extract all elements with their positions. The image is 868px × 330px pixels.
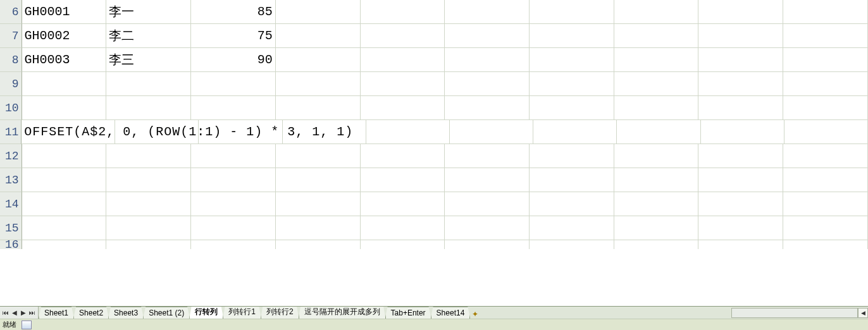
macro-record-icon[interactable] (22, 321, 32, 329)
cell-A15[interactable] (22, 216, 107, 240)
cell-F12[interactable] (445, 144, 530, 168)
cell-G7[interactable] (530, 24, 614, 48)
cell-B16[interactable] (106, 240, 191, 249)
tab-sheet14[interactable]: Sheet14 (431, 307, 471, 319)
row-header-6[interactable]: 6 (0, 0, 22, 24)
tab-sheet3[interactable]: Sheet3 (108, 307, 144, 319)
cell-E16[interactable] (361, 240, 445, 249)
cell-C12[interactable] (191, 144, 276, 168)
cell-A7[interactable]: GH0002 (22, 24, 107, 48)
row-header-14[interactable]: 14 (0, 192, 22, 216)
cell-E7[interactable] (361, 24, 445, 48)
cell-C15[interactable] (191, 216, 276, 240)
cell-B7[interactable]: 李二 (106, 24, 191, 48)
tab-comma-expand[interactable]: 逗号隔开的展开成多列 (299, 307, 386, 319)
new-sheet-icon[interactable]: ✦ (469, 310, 481, 319)
row-header-9[interactable]: 9 (0, 72, 22, 96)
cell-I15[interactable] (698, 216, 783, 240)
cell-B6[interactable]: 李一 (106, 0, 191, 24)
cell-H15[interactable] (614, 216, 699, 240)
cell-F11[interactable] (450, 120, 533, 144)
tab-col-to-row1[interactable]: 列转行1 (223, 307, 261, 319)
cell-C13[interactable] (191, 168, 276, 192)
cell-H13[interactable] (614, 168, 699, 192)
cell-J15[interactable] (783, 216, 868, 240)
cell-F10[interactable] (445, 96, 530, 120)
cell-E15[interactable] (361, 216, 445, 240)
cell-E10[interactable] (361, 96, 445, 120)
cell-B13[interactable] (106, 168, 191, 192)
cell-E8[interactable] (361, 48, 445, 72)
cell-J8[interactable] (783, 48, 868, 72)
cell-G12[interactable] (530, 144, 614, 168)
cell-I9[interactable] (698, 72, 783, 96)
cell-E11[interactable] (366, 120, 450, 144)
cell-G9[interactable] (530, 72, 614, 96)
cell-G13[interactable] (530, 168, 614, 192)
cell-D12[interactable] (276, 144, 361, 168)
cell-G10[interactable] (530, 96, 614, 120)
cell-H12[interactable] (614, 144, 699, 168)
cell-D14[interactable] (276, 192, 361, 216)
cell-B10[interactable] (106, 96, 191, 120)
cell-A14[interactable] (22, 192, 107, 216)
cell-I7[interactable] (698, 24, 783, 48)
tab-nav-first-icon[interactable]: ⏮ (1, 308, 10, 318)
cell-I16[interactable] (698, 240, 783, 249)
cell-D7[interactable] (276, 24, 361, 48)
cell-H16[interactable] (614, 240, 699, 249)
cell-F7[interactable] (445, 24, 530, 48)
cell-G11[interactable] (533, 120, 617, 144)
tab-nav-next-icon[interactable]: ▶ (19, 308, 28, 318)
cell-H11[interactable] (617, 120, 700, 144)
cell-D9[interactable] (276, 72, 361, 96)
tab-col-to-row2[interactable]: 列转行2 (261, 307, 299, 319)
cell-H14[interactable] (614, 192, 699, 216)
cell-F9[interactable] (445, 72, 530, 96)
cell-B9[interactable] (106, 72, 191, 96)
row-header-10[interactable]: 10 (0, 96, 22, 120)
cell-H6[interactable] (614, 0, 699, 24)
cell-F15[interactable] (445, 216, 530, 240)
tab-nav-last-icon[interactable]: ⏭ (28, 308, 37, 318)
row-header-7[interactable]: 7 (0, 24, 22, 48)
cell-B15[interactable] (106, 216, 191, 240)
cell-A11[interactable]: OFFSET(A$2, 0, (ROW(1:1) - 1) * 3, 1, 1) (22, 120, 115, 144)
cell-F14[interactable] (445, 192, 530, 216)
cell-A16[interactable] (22, 240, 107, 249)
cell-E12[interactable] (361, 144, 445, 168)
cell-G6[interactable] (530, 0, 614, 24)
cell-F16[interactable] (445, 240, 530, 249)
cell-E14[interactable] (361, 192, 445, 216)
row-header-16[interactable]: 16 (0, 240, 22, 249)
cell-I12[interactable] (698, 144, 783, 168)
cell-I10[interactable] (698, 96, 783, 120)
cell-B12[interactable] (106, 144, 191, 168)
row-header-15[interactable]: 15 (0, 216, 22, 240)
cell-B8[interactable]: 李三 (106, 48, 191, 72)
cell-C6[interactable]: 85 (191, 0, 276, 24)
cell-I6[interactable] (698, 0, 783, 24)
cell-I14[interactable] (698, 192, 783, 216)
tab-sheet1-2[interactable]: Sheet1 (2) (143, 307, 190, 319)
cell-A13[interactable] (22, 168, 107, 192)
cell-D16[interactable] (276, 240, 361, 249)
cell-D10[interactable] (276, 96, 361, 120)
cell-J7[interactable] (783, 24, 868, 48)
cell-I11[interactable] (701, 120, 784, 144)
cell-A12[interactable] (22, 144, 107, 168)
cell-A6[interactable]: GH0001 (22, 0, 107, 24)
cell-F6[interactable] (445, 0, 530, 24)
cell-A9[interactable] (22, 72, 107, 96)
cell-E13[interactable] (361, 168, 445, 192)
cell-G16[interactable] (530, 240, 614, 249)
cell-D13[interactable] (276, 168, 361, 192)
cell-C10[interactable] (191, 96, 276, 120)
row-header-13[interactable]: 13 (0, 168, 22, 192)
cell-A10[interactable] (22, 96, 107, 120)
cell-J12[interactable] (783, 144, 868, 168)
cell-C16[interactable] (191, 240, 276, 249)
tab-sheet1[interactable]: Sheet1 (39, 307, 74, 319)
cell-J10[interactable] (783, 96, 868, 120)
cell-C8[interactable]: 90 (191, 48, 276, 72)
